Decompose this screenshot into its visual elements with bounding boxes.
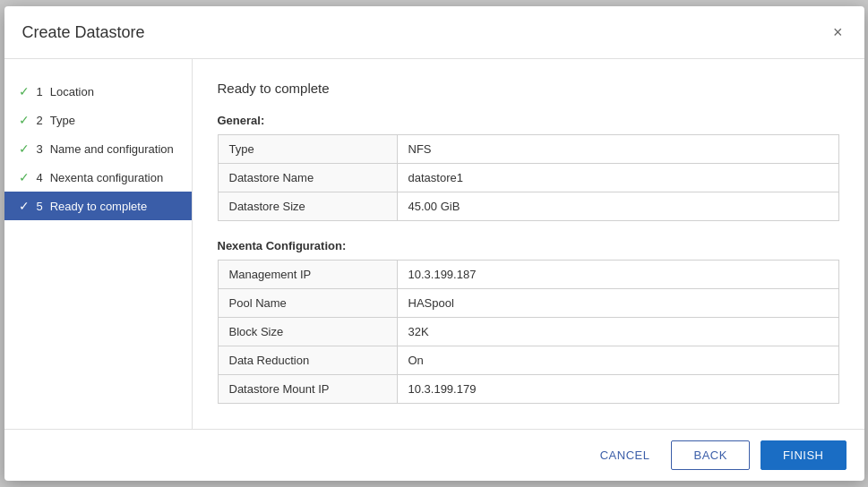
- table-row: Management IP10.3.199.187: [218, 261, 838, 289]
- check-icon-step-3: ✓: [19, 141, 30, 156]
- row-key: Block Size: [218, 318, 397, 346]
- check-icon-step-1: ✓: [19, 84, 30, 98]
- row-key: Type: [218, 135, 397, 164]
- table-row: TypeNFS: [218, 135, 838, 164]
- modal-body: ✓1 Location✓2 Type✓3 Name and configurat…: [4, 59, 864, 429]
- table-row: Block Size32K: [218, 318, 838, 346]
- general-table: TypeNFSDatastore Namedatastore1Datastore…: [218, 134, 839, 221]
- check-icon-step-2: ✓: [19, 113, 30, 127]
- row-value: 32K: [397, 318, 838, 346]
- nexenta-table: Management IP10.3.199.187Pool NameHASpoo…: [218, 260, 839, 404]
- close-button[interactable]: ×: [829, 21, 847, 44]
- check-icon-step-5: ✓: [19, 199, 30, 213]
- general-label: General:: [218, 114, 839, 127]
- table-row: Datastore Namedatastore1: [218, 164, 838, 192]
- table-row: Datastore Size45.00 GiB: [218, 192, 838, 221]
- check-icon-step-4: ✓: [19, 170, 30, 184]
- step-label-3: Name and configuration: [50, 142, 174, 156]
- step-label-2: Type: [50, 114, 75, 127]
- modal-header: Create Datastore ×: [4, 6, 864, 59]
- sidebar-step-4[interactable]: ✓4 Nexenta configuration: [4, 163, 192, 192]
- step-number-1: 1: [37, 85, 43, 98]
- row-value: On: [397, 346, 838, 375]
- steps-sidebar: ✓1 Location✓2 Type✓3 Name and configurat…: [4, 59, 193, 429]
- step-label-1: Location: [50, 85, 94, 98]
- row-key: Datastore Size: [218, 192, 397, 221]
- modal-footer: CANCEL BACK FINISH: [4, 429, 864, 481]
- row-value: HASpool: [397, 289, 838, 318]
- main-content: Ready to complete General: TypeNFSDatast…: [193, 59, 864, 429]
- ready-to-complete-title: Ready to complete: [218, 81, 839, 96]
- row-key: Datastore Mount IP: [218, 375, 397, 404]
- row-value: NFS: [397, 135, 838, 164]
- row-key: Management IP: [218, 261, 397, 289]
- row-key: Pool Name: [218, 289, 397, 318]
- nexenta-label: Nexenta Configuration:: [218, 239, 839, 252]
- step-label-4: Nexenta configuration: [50, 171, 163, 184]
- sidebar-step-3[interactable]: ✓3 Name and configuration: [4, 134, 192, 163]
- row-value: 10.3.199.187: [397, 261, 838, 289]
- finish-button[interactable]: FINISH: [761, 440, 847, 470]
- sidebar-step-2[interactable]: ✓2 Type: [4, 106, 192, 134]
- step-number-5: 5: [37, 200, 43, 213]
- step-number-3: 3: [37, 142, 43, 156]
- back-button[interactable]: BACK: [671, 440, 749, 470]
- modal-overlay: Create Datastore × ✓1 Location✓2 Type✓3 …: [0, 0, 868, 487]
- row-key: Datastore Name: [218, 164, 397, 192]
- step-number-2: 2: [37, 114, 43, 127]
- step-number-4: 4: [37, 171, 43, 184]
- row-value: 45.00 GiB: [397, 192, 838, 221]
- row-key: Data Reduction: [218, 346, 397, 375]
- row-value: 10.3.199.179: [397, 375, 838, 404]
- sidebar-step-1[interactable]: ✓1 Location: [4, 77, 192, 106]
- cancel-button[interactable]: CANCEL: [589, 441, 661, 469]
- step-label-5: Ready to complete: [50, 200, 147, 213]
- table-row: Datastore Mount IP10.3.199.179: [218, 375, 838, 404]
- modal-title: Create Datastore: [22, 23, 145, 42]
- table-row: Data ReductionOn: [218, 346, 838, 375]
- create-datastore-modal: Create Datastore × ✓1 Location✓2 Type✓3 …: [4, 6, 864, 481]
- table-row: Pool NameHASpool: [218, 289, 838, 318]
- row-value: datastore1: [397, 164, 838, 192]
- sidebar-step-5[interactable]: ✓5 Ready to complete: [4, 192, 192, 220]
